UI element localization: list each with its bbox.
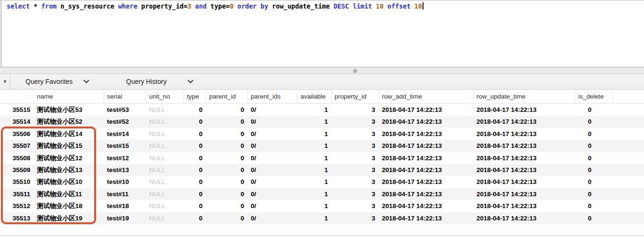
cell-parent_ids[interactable]: 0/ bbox=[248, 104, 298, 116]
cell-available[interactable]: 1 bbox=[298, 200, 332, 212]
cell-row_add_time[interactable]: 2018-04-17 14:22:13 bbox=[379, 128, 474, 140]
cell-row_add_time[interactable]: 2018-04-17 14:22:13 bbox=[379, 188, 474, 200]
cell-parent_id[interactable]: 0 bbox=[206, 212, 248, 224]
column-header-id[interactable] bbox=[0, 90, 34, 103]
column-header-row_update_time[interactable]: row_update_time bbox=[474, 90, 575, 103]
cell-parent_id[interactable]: 0 bbox=[206, 140, 248, 152]
cell-id[interactable]: 35510 bbox=[0, 176, 34, 188]
cell-property_id[interactable]: 3 bbox=[332, 212, 379, 224]
cell-type[interactable]: 0 bbox=[184, 200, 206, 212]
cell-row_update_time[interactable]: 2018-04-17 14:22:13 bbox=[474, 140, 575, 152]
table-row[interactable]: 35508测试物业小区12test#12NULL000/132018-04-17… bbox=[0, 152, 644, 164]
cell-name[interactable]: 测试物业小区14 bbox=[34, 128, 104, 140]
table-row[interactable]: 35512测试物业小区18test#18NULL000/132018-04-17… bbox=[0, 200, 644, 212]
cell-is_delete[interactable]: 0 bbox=[575, 200, 613, 212]
cell-serial[interactable]: test#18 bbox=[104, 200, 146, 212]
cell-type[interactable]: 0 bbox=[184, 128, 206, 140]
cell-property_id[interactable]: 3 bbox=[332, 176, 379, 188]
cell-parent_id[interactable]: 0 bbox=[206, 200, 248, 212]
cell-unit_no[interactable]: NULL bbox=[146, 164, 184, 176]
cell-property_id[interactable]: 3 bbox=[332, 140, 379, 152]
column-header-is_delete[interactable]: is_delete bbox=[575, 90, 613, 103]
cell-type[interactable]: 0 bbox=[184, 212, 206, 224]
query-favorites-menu[interactable]: Query Favorites bbox=[26, 78, 89, 85]
cell-is_delete[interactable]: 0 bbox=[575, 188, 613, 200]
cell-property_id[interactable]: 3 bbox=[332, 116, 379, 128]
cell-name[interactable]: 测试物业小区13 bbox=[34, 164, 104, 176]
column-header-type[interactable]: type bbox=[184, 90, 206, 103]
cell-row_update_time[interactable]: 2018-04-17 14:22:13 bbox=[474, 164, 575, 176]
column-header-name[interactable]: name bbox=[34, 90, 104, 103]
cell-parent_ids[interactable]: 0/ bbox=[248, 128, 298, 140]
cell-parent_id[interactable]: 0 bbox=[206, 116, 248, 128]
cell-serial[interactable]: test#19 bbox=[104, 212, 146, 224]
cell-id[interactable]: 35515 bbox=[0, 104, 34, 116]
cell-available[interactable]: 1 bbox=[298, 104, 332, 116]
cell-row_add_time[interactable]: 2018-04-17 14:22:13 bbox=[379, 176, 474, 188]
cell-row_update_time[interactable]: 2018-04-17 14:22:13 bbox=[474, 152, 575, 164]
cell-parent_id[interactable]: 0 bbox=[206, 104, 248, 116]
cell-parent_ids[interactable]: 0/ bbox=[248, 212, 298, 224]
cell-property_id[interactable]: 3 bbox=[332, 164, 379, 176]
column-header-parent_id[interactable]: parent_id bbox=[206, 90, 248, 103]
cell-row_add_time[interactable]: 2018-04-17 14:22:13 bbox=[379, 164, 474, 176]
cell-id[interactable]: 35512 bbox=[0, 200, 34, 212]
cell-id[interactable]: 35513 bbox=[0, 212, 34, 224]
column-header-row_add_time[interactable]: row_add_time bbox=[379, 90, 474, 103]
cell-available[interactable]: 1 bbox=[298, 212, 332, 224]
cell-is_delete[interactable]: 0 bbox=[575, 128, 613, 140]
cell-parent_id[interactable]: 0 bbox=[206, 164, 248, 176]
cell-row_update_time[interactable]: 2018-04-17 14:22:13 bbox=[474, 128, 575, 140]
cell-is_delete[interactable]: 0 bbox=[575, 116, 613, 128]
cell-row_update_time[interactable]: 2018-04-17 14:22:13 bbox=[474, 176, 575, 188]
cell-property_id[interactable]: 3 bbox=[332, 200, 379, 212]
cell-property_id[interactable]: 3 bbox=[332, 104, 379, 116]
cell-available[interactable]: 1 bbox=[298, 140, 332, 152]
cell-type[interactable]: 0 bbox=[184, 104, 206, 116]
cell-unit_no[interactable]: NULL bbox=[146, 116, 184, 128]
cell-serial[interactable]: test#15 bbox=[104, 140, 146, 152]
table-row[interactable]: 35509测试物业小区13test#13NULL000/132018-04-17… bbox=[0, 164, 644, 176]
cell-parent_ids[interactable]: 0/ bbox=[248, 200, 298, 212]
cell-id[interactable]: 35514 bbox=[0, 116, 34, 128]
cell-available[interactable]: 1 bbox=[298, 128, 332, 140]
cell-property_id[interactable]: 3 bbox=[332, 188, 379, 200]
cell-parent_ids[interactable]: 0/ bbox=[248, 152, 298, 164]
table-row[interactable]: 35511测试物业小区11test#11NULL000/132018-04-17… bbox=[0, 188, 644, 200]
table-row[interactable]: 35513测试物业小区19test#19NULL000/132018-04-17… bbox=[0, 212, 644, 224]
cell-name[interactable]: 测试物业小区15 bbox=[34, 140, 104, 152]
cell-serial[interactable]: test#10 bbox=[104, 176, 146, 188]
cell-is_delete[interactable]: 0 bbox=[575, 164, 613, 176]
cell-parent_id[interactable]: 0 bbox=[206, 152, 248, 164]
cell-row_add_time[interactable]: 2018-04-17 14:22:13 bbox=[379, 104, 474, 116]
cell-is_delete[interactable]: 0 bbox=[575, 104, 613, 116]
cell-row_update_time[interactable]: 2018-04-17 14:22:13 bbox=[474, 104, 575, 116]
cell-name[interactable]: 测试物业小区12 bbox=[34, 152, 104, 164]
column-header-parent_ids[interactable]: parent_ids bbox=[248, 90, 298, 103]
cell-available[interactable]: 1 bbox=[298, 164, 332, 176]
column-header-property_id[interactable]: property_id bbox=[332, 90, 379, 103]
cell-parent_ids[interactable]: 0/ bbox=[248, 140, 298, 152]
cell-unit_no[interactable]: NULL bbox=[146, 128, 184, 140]
cell-unit_no[interactable]: NULL bbox=[146, 152, 184, 164]
cell-parent_id[interactable]: 0 bbox=[206, 188, 248, 200]
cell-property_id[interactable]: 3 bbox=[332, 128, 379, 140]
cell-parent_ids[interactable]: 0/ bbox=[248, 188, 298, 200]
cell-unit_no[interactable]: NULL bbox=[146, 200, 184, 212]
sql-editor-pane[interactable]: select * from n_sys_resource where prope… bbox=[0, 0, 644, 67]
editor-collapse-button[interactable]: ▼ bbox=[0, 74, 10, 90]
table-row[interactable]: 35510测试物业小区10test#10NULL000/132018-04-17… bbox=[0, 176, 644, 188]
cell-serial[interactable]: test#13 bbox=[104, 164, 146, 176]
cell-parent_ids[interactable]: 0/ bbox=[248, 116, 298, 128]
cell-unit_no[interactable]: NULL bbox=[146, 104, 184, 116]
cell-type[interactable]: 0 bbox=[184, 152, 206, 164]
cell-row_update_time[interactable]: 2018-04-17 14:22:13 bbox=[474, 200, 575, 212]
cell-id[interactable]: 35507 bbox=[0, 140, 34, 152]
pane-splitter[interactable] bbox=[0, 67, 644, 74]
cell-row_add_time[interactable]: 2018-04-17 14:22:13 bbox=[379, 152, 474, 164]
cell-is_delete[interactable]: 0 bbox=[575, 140, 613, 152]
cell-type[interactable]: 0 bbox=[184, 164, 206, 176]
column-header-available[interactable]: available bbox=[298, 90, 332, 103]
cell-parent_id[interactable]: 0 bbox=[206, 176, 248, 188]
cell-id[interactable]: 35506 bbox=[0, 128, 34, 140]
